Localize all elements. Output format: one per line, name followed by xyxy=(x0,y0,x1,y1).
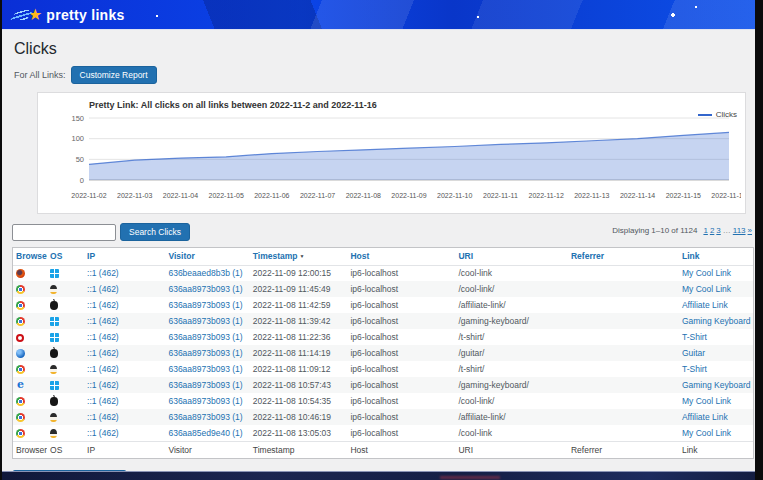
screen-edge-left xyxy=(0,0,2,480)
sort-browser-link[interactable]: Browser xyxy=(16,251,47,261)
uri-cell: /gaming-keyboard/ xyxy=(455,377,567,393)
referrer-cell xyxy=(568,297,679,313)
sort-visitor-link[interactable]: Visitor xyxy=(168,251,194,261)
clicks-chart-panel: Pretty Link: All clicks on all links bet… xyxy=(37,92,746,214)
visitor-link[interactable]: 636aa8973b093 (1) xyxy=(168,316,242,326)
referrer-cell xyxy=(568,409,679,425)
link-link[interactable]: Guitar xyxy=(682,348,705,358)
visitor-link[interactable]: 636aa8973b093 (1) xyxy=(168,364,242,374)
footer-col-timestamp: Timestamp xyxy=(250,441,348,458)
header-row: BrowserOSIPVisitorTimestamp▼HostURIRefer… xyxy=(13,248,753,265)
legend-label: Clicks xyxy=(716,110,737,119)
timestamp-cell: 2022-11-08 11:42:59 xyxy=(250,297,348,313)
host-cell: ip6-localhost xyxy=(347,265,455,281)
search-input[interactable] xyxy=(12,224,116,241)
sort-referrer-link[interactable]: Referrer xyxy=(571,251,604,261)
next-page-link[interactable]: » xyxy=(748,226,752,235)
ip-link[interactable]: ::1 (462) xyxy=(87,428,119,438)
ip-link[interactable]: ::1 (462) xyxy=(87,380,119,390)
page-title: Clicks xyxy=(14,40,754,58)
referrer-cell xyxy=(568,361,679,377)
page-1-link[interactable]: 1 xyxy=(703,226,707,235)
last-page-link[interactable]: 113 xyxy=(733,226,746,235)
link-link[interactable]: T-Shirt xyxy=(682,364,707,374)
timestamp-cell: 2022-11-08 10:46:19 xyxy=(250,409,348,425)
visitor-link[interactable]: 636aa8973b093 (1) xyxy=(168,332,242,342)
footer-col-host: Host xyxy=(347,441,455,458)
page-3-link[interactable]: 3 xyxy=(716,226,720,235)
table-row: ::1 (462) 636aa8973b093 (1) 2022-11-08 1… xyxy=(13,345,753,361)
table-row: ::1 (462) 636aa8973b093 (1) 2022-11-08 1… xyxy=(13,297,753,313)
sort-ip-link[interactable]: IP xyxy=(87,251,95,261)
referrer-cell xyxy=(568,329,679,345)
clicks-table-container: BrowserOSIPVisitorTimestamp▼HostURIRefer… xyxy=(12,247,754,459)
sort-uri-link[interactable]: URI xyxy=(458,251,473,261)
link-link[interactable]: My Cool Link xyxy=(682,268,731,278)
linux-icon xyxy=(50,285,57,294)
referrer-cell xyxy=(568,393,679,409)
visitor-link[interactable]: 636aa8973b093 (1) xyxy=(168,284,242,294)
link-link[interactable]: Affiliate Link xyxy=(682,412,728,422)
visitor-link[interactable]: 636aa8973b093 (1) xyxy=(168,348,242,358)
footer-col-os: OS xyxy=(47,441,84,458)
ip-link[interactable]: ::1 (462) xyxy=(87,284,119,294)
ip-link[interactable]: ::1 (462) xyxy=(87,364,119,374)
visitor-link[interactable]: 636aa8973b093 (1) xyxy=(168,380,242,390)
ip-link[interactable]: ::1 (462) xyxy=(87,268,119,278)
linux-icon xyxy=(50,413,57,422)
windows-icon xyxy=(50,381,59,390)
pagination: Displaying 1–10 of 1124123…113» xyxy=(612,226,752,235)
firefox-icon xyxy=(16,269,25,278)
report-controls: For All Links: Customize Report xyxy=(14,66,754,84)
sort-timestamp-link[interactable]: Timestamp xyxy=(253,251,298,261)
chrome-icon xyxy=(16,285,25,294)
uri-cell: /guitar/ xyxy=(455,345,567,361)
ip-link[interactable]: ::1 (462) xyxy=(87,396,119,406)
uri-cell: /cool-link/ xyxy=(455,281,567,297)
svg-text:2022-11-08: 2022-11-08 xyxy=(346,192,381,199)
visitor-link[interactable]: 636beaaed8b3b (1) xyxy=(168,268,242,278)
ip-link[interactable]: ::1 (462) xyxy=(87,348,119,358)
ip-link[interactable]: ::1 (462) xyxy=(87,316,119,326)
link-link[interactable]: Gaming Keyboard xyxy=(682,380,751,390)
footer-col-uri: URI xyxy=(455,441,567,458)
footer-col-browser: Browser xyxy=(13,441,47,458)
visitor-link[interactable]: 636aa85ed9e40 (1) xyxy=(168,428,242,438)
apple-icon xyxy=(50,397,58,406)
link-link[interactable]: Affiliate Link xyxy=(682,300,728,310)
logo-text: pretty links xyxy=(46,7,124,23)
ip-link[interactable]: ::1 (462) xyxy=(87,300,119,310)
svg-text:100: 100 xyxy=(71,134,84,143)
table-row: ::1 (462) 636aa8973b093 (1) 2022-11-08 1… xyxy=(13,361,753,377)
visitor-link[interactable]: 636aa8973b093 (1) xyxy=(168,300,242,310)
footer-col-referrer: Referrer xyxy=(568,441,679,458)
page-2-link[interactable]: 2 xyxy=(710,226,714,235)
clicks-area-chart: 0501001502022-11-022022-11-032022-11-042… xyxy=(41,110,741,206)
table-row: ::1 (462) 636aa8973b093 (1) 2022-11-08 1… xyxy=(13,409,753,425)
table-header: BrowserOSIPVisitorTimestamp▼HostURIRefer… xyxy=(13,248,753,265)
link-link[interactable]: T-Shirt xyxy=(682,332,707,342)
timestamp-cell: 2022-11-09 11:45:49 xyxy=(250,281,348,297)
ip-link[interactable]: ::1 (462) xyxy=(87,332,119,342)
link-link[interactable]: My Cool Link xyxy=(682,284,731,294)
customize-report-button[interactable]: Customize Report xyxy=(71,66,157,84)
sort-os-link[interactable]: OS xyxy=(50,251,62,261)
ip-link[interactable]: ::1 (462) xyxy=(87,412,119,422)
table-row: ::1 (462) 636aa8973b093 (1) 2022-11-08 1… xyxy=(13,393,753,409)
visitor-link[interactable]: 636aa8973b093 (1) xyxy=(168,412,242,422)
link-link[interactable]: My Cool Link xyxy=(682,428,731,438)
link-link[interactable]: My Cool Link xyxy=(682,396,731,406)
svg-text:2022-11-13: 2022-11-13 xyxy=(574,192,609,199)
table-row: ::1 (462) 636aa8973b093 (1) 2022-11-08 1… xyxy=(13,377,753,393)
footer-col-ip: IP xyxy=(84,441,165,458)
windows-icon xyxy=(50,333,59,342)
visitor-link[interactable]: 636aa8973b093 (1) xyxy=(168,396,242,406)
link-link[interactable]: Gaming Keyboard xyxy=(682,316,751,326)
windows-icon xyxy=(50,269,59,278)
search-clicks-button[interactable]: Search Clicks xyxy=(120,223,190,241)
sort-link-link[interactable]: Link xyxy=(682,251,699,261)
linux-icon xyxy=(50,429,57,438)
chrome-icon xyxy=(16,365,25,374)
timestamp-cell: 2022-11-08 11:14:19 xyxy=(250,345,348,361)
sort-host-link[interactable]: Host xyxy=(350,251,369,261)
